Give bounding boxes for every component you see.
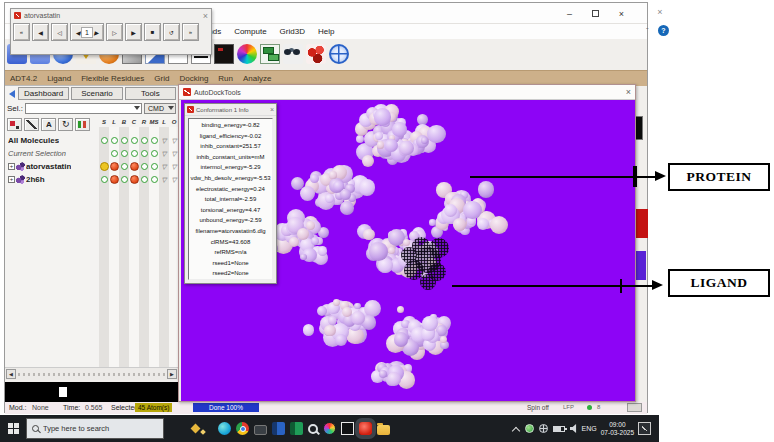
start-button[interactable] bbox=[0, 415, 26, 442]
3d-viewport[interactable]: Conformation 1 Info × binding_energy=-0.… bbox=[181, 100, 635, 401]
panel-tool-button[interactable] bbox=[75, 118, 90, 131]
display-toggle[interactable] bbox=[159, 134, 169, 147]
spin-value[interactable]: 1 bbox=[81, 27, 93, 38]
panel-tab[interactable]: Scenario bbox=[71, 87, 122, 100]
taskbar-app-icon[interactable] bbox=[359, 422, 372, 435]
frame-spinbox[interactable]: ◀ 1 ▶ bbox=[70, 23, 104, 41]
viewport-title-bar[interactable]: AutoDockTools × bbox=[179, 85, 635, 100]
display-toggle[interactable] bbox=[139, 160, 149, 173]
table-row[interactable]: atorvastatin bbox=[5, 160, 179, 173]
row-label[interactable]: All Molecules bbox=[8, 136, 59, 145]
player-button[interactable]: ▶ bbox=[125, 23, 142, 41]
player-button[interactable]: » bbox=[182, 23, 199, 41]
minimize-button[interactable]: – bbox=[561, 7, 578, 20]
display-toggle[interactable] bbox=[109, 160, 119, 173]
close-icon[interactable]: × bbox=[270, 106, 274, 113]
display-toggle[interactable] bbox=[129, 160, 139, 173]
tray-icon[interactable] bbox=[539, 424, 548, 433]
player-title-bar[interactable]: atorvastatin × bbox=[11, 9, 211, 22]
player-button[interactable]: « bbox=[13, 23, 30, 41]
display-toggle[interactable] bbox=[119, 160, 129, 173]
player-button[interactable]: ↺ bbox=[163, 23, 180, 41]
search-input[interactable] bbox=[43, 424, 143, 433]
adt-tab[interactable]: Docking bbox=[179, 74, 208, 83]
display-toggle[interactable] bbox=[149, 134, 159, 147]
language-indicator[interactable]: ENG bbox=[582, 425, 597, 432]
adt-tab[interactable]: Analyze bbox=[243, 74, 271, 83]
clock[interactable]: 09:00 07-03-2025 bbox=[601, 421, 634, 436]
table-row[interactable]: 2h6h bbox=[5, 173, 179, 186]
toolbar-icon[interactable] bbox=[283, 44, 303, 64]
display-toggle[interactable] bbox=[99, 173, 109, 186]
panel-tool-button[interactable] bbox=[41, 118, 56, 131]
player-button[interactable]: ■ bbox=[144, 23, 161, 41]
display-toggle[interactable] bbox=[109, 134, 119, 147]
scrollbar-track[interactable] bbox=[18, 373, 165, 376]
adt-tab[interactable]: Flexible Residues bbox=[81, 74, 144, 83]
conformation-title-bar[interactable]: Conformation 1 Info × bbox=[185, 104, 276, 116]
toolbar-icon[interactable] bbox=[260, 44, 280, 64]
frame-trackbar[interactable] bbox=[5, 382, 179, 402]
display-toggle[interactable] bbox=[119, 173, 129, 186]
notification-icon[interactable] bbox=[638, 422, 651, 435]
tray-icon[interactable] bbox=[512, 425, 520, 433]
taskbar-app-icon[interactable] bbox=[218, 422, 231, 435]
secondary-close-button[interactable]: × bbox=[652, 5, 668, 18]
menu-item[interactable]: Compute bbox=[234, 27, 266, 36]
toolbar-icon[interactable] bbox=[214, 44, 234, 64]
scroll-left-icon[interactable] bbox=[6, 369, 16, 379]
close-icon[interactable]: × bbox=[626, 87, 631, 97]
menu-item[interactable]: Help bbox=[318, 27, 334, 36]
table-row[interactable]: Current Selection bbox=[5, 147, 179, 160]
adt-tab[interactable]: Ligand bbox=[47, 74, 71, 83]
close-icon[interactable]: × bbox=[203, 11, 208, 21]
dropdown-arrow-icon[interactable] bbox=[134, 106, 140, 110]
taskbar-app-icon[interactable] bbox=[254, 425, 267, 435]
trackbar-handle[interactable] bbox=[59, 387, 67, 397]
cortana-sparkle-icon[interactable] bbox=[190, 421, 206, 437]
toolbar-icon[interactable] bbox=[237, 44, 257, 64]
adt-tab[interactable]: Grid bbox=[154, 74, 169, 83]
toolbar-icon[interactable] bbox=[329, 44, 349, 64]
spin-increment-icon[interactable]: ▶ bbox=[94, 29, 99, 36]
panel-tab[interactable]: Dashboard bbox=[18, 87, 69, 100]
display-toggle[interactable] bbox=[139, 134, 149, 147]
display-toggle[interactable] bbox=[159, 147, 169, 160]
taskbar-app-icon[interactable] bbox=[323, 422, 336, 435]
expand-icon[interactable] bbox=[8, 163, 15, 170]
row-label[interactable]: atorvastatin bbox=[26, 162, 71, 171]
maximize-button[interactable] bbox=[587, 7, 604, 20]
player-button[interactable]: ◀ bbox=[32, 23, 49, 41]
panel-tab[interactable]: Tools bbox=[125, 87, 176, 100]
display-toggle[interactable] bbox=[149, 160, 159, 173]
selection-input[interactable] bbox=[25, 103, 142, 114]
tray-icon[interactable] bbox=[525, 424, 534, 433]
search-box[interactable] bbox=[26, 418, 164, 439]
taskbar-app-icon[interactable] bbox=[308, 424, 318, 434]
display-toggle[interactable] bbox=[129, 173, 139, 186]
adt-tab[interactable]: ADT4.2 bbox=[10, 74, 37, 83]
adt-tab[interactable]: Run bbox=[218, 74, 233, 83]
taskbar-app-icon[interactable] bbox=[341, 422, 354, 435]
menu-item[interactable]: Grid3D bbox=[280, 27, 305, 36]
player-button[interactable]: ◁ bbox=[51, 23, 68, 41]
panel-tool-button[interactable] bbox=[7, 118, 22, 131]
display-toggle[interactable] bbox=[139, 147, 149, 160]
display-toggle[interactable] bbox=[149, 173, 159, 186]
collapse-chevron-icon[interactable]: ˆ bbox=[646, 26, 649, 35]
display-toggle[interactable] bbox=[119, 134, 129, 147]
display-toggle[interactable] bbox=[109, 173, 119, 186]
display-toggle[interactable] bbox=[109, 147, 119, 160]
toolbar-icon[interactable] bbox=[306, 44, 326, 64]
display-toggle[interactable] bbox=[159, 173, 169, 186]
scroll-right-icon[interactable] bbox=[167, 369, 177, 379]
display-toggle[interactable] bbox=[139, 173, 149, 186]
display-toggle[interactable] bbox=[99, 134, 109, 147]
table-row[interactable]: All Molecules bbox=[5, 134, 179, 147]
panel-tool-button[interactable] bbox=[24, 118, 39, 131]
cmd-dropdown[interactable]: CMD bbox=[144, 103, 176, 114]
display-toggle[interactable] bbox=[99, 147, 109, 160]
taskbar-app-icon[interactable] bbox=[290, 422, 303, 435]
player-button[interactable]: ▷ bbox=[106, 23, 123, 41]
display-toggle[interactable] bbox=[99, 160, 109, 173]
